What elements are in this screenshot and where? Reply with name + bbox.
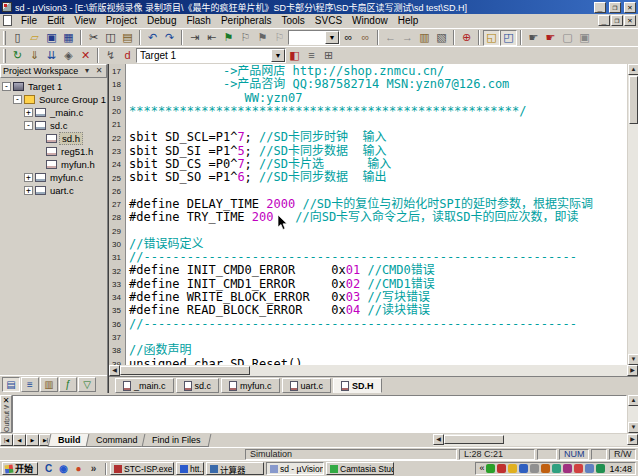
editor-vscrollbar[interactable]: ▲ ▼ [627,64,638,365]
tree-item-Target-1[interactable]: -Target 1 [0,80,107,93]
expand-plus-icon[interactable]: + [24,108,33,117]
tray-icon-3[interactable] [508,464,517,473]
task-stc-isp[interactable]: STC-ISP.exe [110,462,174,475]
menu-window[interactable]: Window [347,15,393,26]
task-camtasia[interactable]: Camtasia Studio - U... [326,462,394,475]
output-scroll-up-icon[interactable]: ▲ [628,395,638,406]
output-hscroll-track[interactable] [504,434,627,446]
scroll-down-icon[interactable]: ▼ [628,354,638,365]
expand-plus-icon[interactable]: + [24,173,33,182]
menu-edit[interactable]: Edit [42,15,69,26]
build-target-icon[interactable]: ⇓ [26,48,43,64]
menu-svcs[interactable]: SVCS [310,15,347,26]
tray-icon-4[interactable] [519,464,528,473]
next-bookmark-icon[interactable]: ⚑ [254,30,271,46]
doc-tab-sdc[interactable]: sd.c [176,378,220,393]
output-content[interactable] [12,395,627,433]
save-icon[interactable]: ▣ [43,30,60,46]
toolbar-grip[interactable] [3,49,6,63]
menu-flash[interactable]: Flash [181,15,215,26]
code-editor[interactable]: 17 ->产品网店 http://shop.znmcu.cn/18 ->产品咨询… [109,64,638,365]
tray-icon-10[interactable] [585,464,594,473]
find-icon[interactable]: ∞ [357,30,374,46]
print-icon[interactable]: ▧ [433,30,450,46]
editor-hscrollbar[interactable]: ◀ ▶ [109,365,638,376]
hscroll-track[interactable] [250,365,627,376]
toggle-bookmark-icon[interactable]: ⚑ [220,30,237,46]
output-scroll-down-icon[interactable]: ▼ [628,422,638,433]
output-hscrollbar[interactable]: ◀ ▶ [433,434,638,446]
chevron-down-icon[interactable]: ▼ [325,31,339,44]
hscroll-thumb[interactable] [120,366,250,375]
doc-tab-uartc[interactable]: uart.c [282,378,332,393]
functions-tab[interactable]: ƒ [59,377,77,392]
tree-item-myfun.c[interactable]: +myfun.c [0,171,107,184]
tree-item-Source-Group-1[interactable]: -Source Group 1 [0,93,107,106]
menu-view[interactable]: View [69,15,101,26]
workspace-header[interactable]: Project Workspace ▾ ✕ [0,64,107,78]
tray-chevron-icon[interactable]: « [479,463,484,474]
quicklaunch-chevron-icon[interactable]: » [87,463,100,475]
rebuild-all-icon[interactable]: ⇊ [43,48,60,64]
doc-tab-myfunc[interactable]: myfun.c [221,378,280,393]
restore-button[interactable]: ❐ [609,2,621,13]
books-window-icon[interactable]: ▥ [416,30,433,46]
tray-icon-7[interactable] [552,464,561,473]
tray-icon-11[interactable] [596,464,605,473]
output-close-icon[interactable]: ✕ [3,396,10,405]
undo-icon[interactable]: ↶ [144,30,161,46]
tree-item-sd.h[interactable]: sd.h [0,132,107,145]
output-nav-2-icon[interactable]: ▶ [26,434,39,446]
tray-icon-6[interactable] [541,464,550,473]
tray-icon-9[interactable] [574,464,583,473]
templates-tab[interactable]: ▽ [78,377,96,392]
save-all-icon[interactable]: ▦ [60,30,77,46]
tree-item-_main.c[interactable]: +_main.c [0,106,107,119]
toolbar-grip[interactable] [3,31,6,45]
books-tab[interactable]: ▥ [40,377,58,392]
workspace-menu-icon[interactable]: ▾ [82,66,92,76]
menu-project[interactable]: Project [101,15,142,26]
expand-plus-icon[interactable]: + [24,186,33,195]
unindent-icon[interactable]: ⇤ [203,30,220,46]
output-tab-build[interactable]: Build [48,434,91,447]
menu-peripherals[interactable]: Peripherals [216,15,277,26]
output-tab-find-in-files[interactable]: Find in Files [142,434,211,447]
download-flash-icon[interactable]: ↯ [102,48,119,64]
redo-icon[interactable]: ↷ [161,30,178,46]
chevron-down-icon[interactable]: ▼ [271,49,285,62]
output-nav-0-icon[interactable]: |◀ [0,434,13,446]
manage-components-icon[interactable]: ≡ [303,48,320,64]
indent-icon[interactable]: ⇥ [186,30,203,46]
cut-icon[interactable]: ✂ [85,30,102,46]
new-file-icon[interactable]: ▯ [9,30,26,46]
tray-icon-8[interactable] [563,464,572,473]
scroll-right-icon[interactable]: ▶ [627,365,638,376]
output-vscrollbar[interactable]: ▲ ▼ [627,395,638,433]
stop-build-icon[interactable]: ✕ [77,48,94,64]
translate-file-icon[interactable]: ↻ [9,48,26,64]
tree-item-myfun.h[interactable]: myfun.h [0,158,107,171]
project-tree[interactable]: -Target 1-Source Group 1+_main.c-sd.csd.… [0,78,107,375]
project-windows-icon[interactable]: ⊞ [320,48,337,64]
quicklaunch-icon-1[interactable]: C [42,463,55,475]
workspace-close-icon[interactable]: ✕ [94,66,104,76]
forward-icon[interactable]: → [399,30,416,46]
mdi-restore-button[interactable]: ❐ [611,15,623,26]
options-for-target-icon[interactable]: ◧ [286,48,303,64]
copy-icon[interactable]: ◫ [102,30,119,46]
insert-breakpoint-icon[interactable]: ☛ [525,30,542,46]
back-icon[interactable]: ← [382,30,399,46]
disable-all-breakpoints-icon[interactable]: ▣ [576,30,593,46]
menu-help[interactable]: Help [393,15,424,26]
scroll-left-icon[interactable]: ◀ [109,365,120,376]
regs-tab[interactable]: ≡ [21,377,39,392]
tree-item-uart.c[interactable]: +uart.c [0,184,107,197]
collapse-minus-icon[interactable]: - [2,82,11,91]
clear-bookmarks-icon[interactable]: ⚐ [271,30,288,46]
quicklaunch-icon-3[interactable]: ● [72,463,85,475]
close-button[interactable]: ✕ [624,2,636,13]
mdi-close-button[interactable]: ✕ [624,15,636,26]
files-tab[interactable]: ▤ [2,377,20,392]
scroll-up-icon[interactable]: ▲ [628,64,638,75]
